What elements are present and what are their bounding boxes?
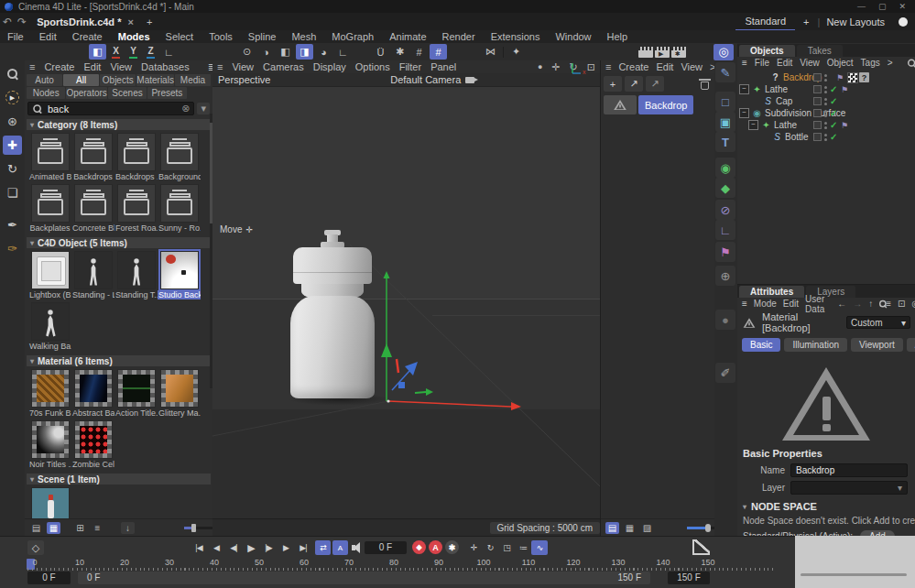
tab-assign[interactable]: Assign — [907, 338, 915, 352]
am-forward-icon[interactable]: → — [853, 299, 862, 309]
polygons-mode-icon[interactable]: ◕ — [315, 44, 332, 60]
grid-snap-icon[interactable]: # — [410, 44, 428, 60]
next-key-button[interactable]: ▶ — [278, 540, 294, 555]
render-settings-icon[interactable]: ✱ — [671, 47, 686, 58]
symmetry-icon[interactable]: ⋈ — [482, 44, 499, 60]
asset-backdrops[interactable]: Backdrops — [71, 133, 114, 181]
model-mode-icon[interactable]: ⊙ — [238, 44, 256, 60]
asset-standing-2[interactable]: Standing T... — [114, 251, 158, 299]
texture-tag-icon[interactable] — [847, 72, 858, 83]
detail-view-icon[interactable]: ⊞ — [73, 522, 87, 534]
asset-lightbox[interactable]: Lightbox (B... — [28, 251, 71, 299]
mini-detail-view-icon[interactable]: ▨ — [640, 522, 654, 534]
visibility-dots[interactable] — [824, 98, 827, 105]
menu-window[interactable]: Window — [555, 31, 591, 42]
vp-menu-panel[interactable]: Panel — [430, 61, 456, 72]
asset-backdrops2[interactable]: Backdrops ... — [114, 133, 158, 181]
asset-standing-1[interactable]: Standing - L... — [71, 251, 114, 299]
name-input[interactable]: Backdrop — [790, 463, 908, 477]
mini-list-view-icon[interactable]: ▤ — [605, 522, 619, 534]
lock-x-axis-button[interactable]: X — [108, 44, 124, 60]
points-mode-icon[interactable]: ◧ — [277, 44, 294, 60]
menu-create[interactable]: Create — [72, 31, 103, 42]
move-tool-icon[interactable]: ✚ — [3, 136, 22, 155]
pen-palette-icon[interactable]: ✐ — [715, 363, 735, 383]
record-scale-icon[interactable]: ◳ — [498, 540, 515, 555]
render-view-icon[interactable] — [638, 47, 653, 58]
fcurve-window-icon[interactable] — [692, 539, 710, 555]
sort-icon[interactable]: ≡ — [91, 522, 104, 534]
tab-illumination[interactable]: Illumination — [784, 338, 847, 352]
tree-row-lathe-1[interactable]: − ✦ Lathe ✓ ⚑ — [737, 83, 915, 95]
preset-dropdown[interactable]: Custom ▾ — [846, 316, 910, 329]
vp-menu-options[interactable]: Options — [355, 61, 390, 72]
enabled-check-icon[interactable]: ✓ — [830, 132, 837, 142]
pen-tool-icon[interactable]: ✒ — [3, 215, 22, 234]
asset-70s-funk[interactable]: 70s Funk B... — [28, 369, 71, 418]
asset-studio-backdrop-selected[interactable]: Studio Back... — [158, 251, 201, 299]
browser-menu-databases[interactable]: Databases — [141, 61, 190, 72]
enabled-check-icon[interactable]: ✓ — [830, 120, 837, 130]
am-menu-mode[interactable]: Mode — [754, 299, 777, 309]
enable-toggle[interactable] — [813, 133, 822, 141]
layouts-toggle[interactable] — [899, 17, 908, 27]
record-parameter-icon[interactable]: ≔ — [515, 540, 531, 555]
record-rotation-icon[interactable]: ↻ — [482, 540, 498, 555]
record-pla-icon[interactable]: ∿ — [531, 540, 548, 555]
lock-y-axis-button[interactable]: Y — [125, 44, 141, 60]
tab-auto[interactable]: Auto — [27, 74, 62, 86]
record-position-icon[interactable]: ✛ — [465, 540, 482, 555]
browser-menu-edit[interactable]: Edit — [83, 61, 101, 72]
enable-toggle[interactable] — [813, 109, 822, 117]
am-menu-edit[interactable]: Edit — [783, 299, 799, 309]
am-lock-icon[interactable]: ⊡ — [898, 299, 905, 309]
generator-cube-icon[interactable]: ◆ — [715, 178, 735, 198]
autokey-hud-button[interactable]: A — [332, 540, 348, 555]
vp-menu-cameras[interactable]: Cameras — [263, 61, 304, 72]
scale-tool-icon[interactable]: ❏ — [3, 183, 22, 202]
tab-objects[interactable]: Objects — [739, 45, 795, 57]
add-object-button[interactable]: + — [604, 76, 622, 92]
quantize-icon[interactable]: # — [430, 44, 447, 60]
mini-menu-edit[interactable]: Edit — [656, 61, 673, 72]
search-input[interactable]: back ⊗ — [27, 102, 194, 115]
goto-start-button[interactable]: |◀ — [191, 540, 207, 555]
trash-icon[interactable] — [701, 79, 709, 89]
am-target-icon[interactable]: ◎ — [911, 299, 915, 309]
modeling-settings-icon[interactable]: ✦ — [507, 44, 525, 60]
mini-burger-icon[interactable]: ≡ — [605, 61, 611, 72]
visibility-dots[interactable] — [824, 134, 827, 141]
tab-basic[interactable]: Basic — [742, 338, 780, 352]
snap-gear-icon[interactable]: ✱ — [391, 44, 408, 60]
grid-view-icon[interactable]: ▦ — [47, 522, 60, 534]
display-tag-icon[interactable]: ⚑ — [836, 73, 844, 82]
section-material-header[interactable]: ▾ Material (6 Items) — [27, 355, 211, 366]
mini-menu-view[interactable]: View — [681, 61, 703, 72]
enabled-check-icon[interactable]: ✓ — [830, 108, 837, 118]
menu-select[interactable]: Select — [166, 31, 194, 42]
mini-menu-create[interactable]: Create — [618, 61, 648, 72]
horizontal-scrollbar[interactable] — [801, 573, 907, 576]
spline-pen-icon[interactable]: ✎ — [715, 62, 735, 82]
enabled-check-icon[interactable]: ✓ — [830, 84, 837, 94]
menu-mograph[interactable]: MoGraph — [332, 31, 374, 42]
asset-glittery[interactable]: Glittery Ma... — [158, 369, 201, 418]
search-options-icon[interactable]: ▾ — [197, 103, 210, 114]
tab-attributes[interactable]: Attributes — [739, 286, 804, 298]
asset-walking[interactable]: Walking Ba... — [28, 302, 71, 351]
unknown-tag-icon[interactable]: ? — [859, 72, 869, 82]
layer-input[interactable]: ▾ — [790, 481, 908, 495]
new-layouts-button[interactable]: New Layouts — [826, 16, 885, 27]
tab-materials[interactable]: Materials — [136, 74, 174, 86]
mini-grid-view-icon[interactable]: ▦ — [623, 522, 637, 534]
tab-media[interactable]: Media — [175, 74, 211, 86]
menu-spline[interactable]: Spline — [248, 31, 277, 42]
tab-objects[interactable]: Objects — [100, 74, 136, 86]
camera-dolly-icon[interactable]: ● — [538, 62, 542, 71]
tree-row-bottle[interactable]: S Bottle ✓ — [737, 131, 915, 143]
primitive-cube-icon[interactable]: ▣ — [715, 112, 735, 132]
close-button[interactable]: ✕ — [899, 2, 906, 11]
keyframe-diamond-icon[interactable]: ◇ — [27, 540, 44, 555]
section-category-header[interactable]: ▾ Category (8 Items) — [27, 119, 211, 130]
asset-zombie[interactable]: Zombie Cel... — [71, 420, 114, 469]
